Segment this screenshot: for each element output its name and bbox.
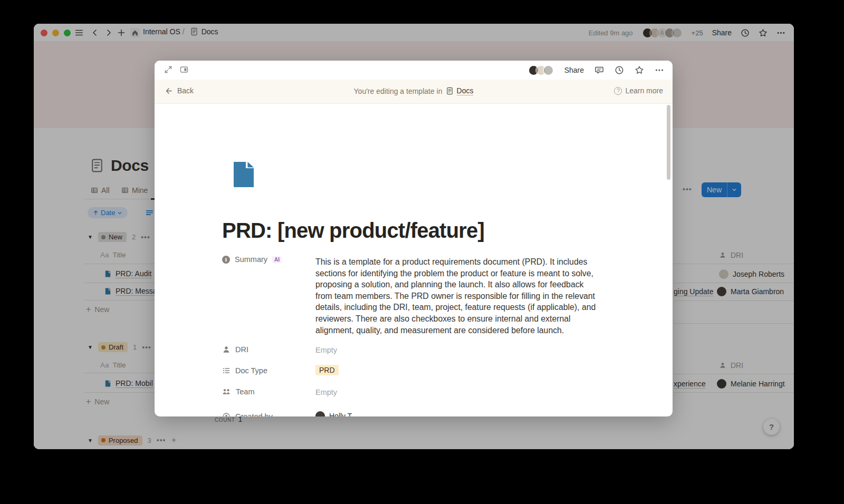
property-summary[interactable]: i Summary AI [222, 255, 282, 264]
info-icon: i [222, 256, 230, 264]
avatar [315, 411, 325, 416]
comments-icon[interactable] [594, 65, 604, 75]
created-by-value[interactable]: Holly T [315, 411, 352, 416]
summary-value[interactable]: This is a template for a product require… [315, 256, 601, 336]
learn-more-link[interactable]: ? Learn more [614, 86, 663, 95]
modal-toolbar: Share [155, 61, 673, 80]
property-doctype[interactable]: Doc Type [222, 366, 267, 375]
dri-value[interactable]: Empty [315, 346, 337, 354]
property-team[interactable]: Team [222, 387, 254, 396]
doc-icon [446, 87, 454, 95]
prd-tag: PRD [315, 365, 339, 375]
person-name: Holly T [329, 412, 352, 416]
property-created-by[interactable]: Created by [222, 412, 273, 416]
learn-more-label: Learn more [625, 86, 663, 95]
property-label: DRI [235, 345, 248, 354]
avatar [543, 65, 554, 76]
modal-collaborator-avatars[interactable] [532, 65, 554, 76]
template-editor-modal: Share Back You're ed [155, 61, 673, 416]
template-target-link[interactable]: Docs [457, 86, 474, 95]
template-banner: Back You're editing a template in Docs ?… [155, 80, 673, 104]
side-peek-icon[interactable] [180, 65, 188, 74]
expand-icon[interactable] [164, 65, 172, 74]
template-banner-message: You're editing a template in Docs [155, 86, 673, 95]
more-options-icon[interactable] [655, 65, 664, 75]
app-window: Internal OS / Docs Edited 9m ago A +25 S… [34, 24, 794, 449]
property-label: Doc Type [235, 366, 267, 375]
team-value[interactable]: Empty [315, 388, 337, 396]
property-label: Summary [235, 255, 267, 264]
favorite-star-icon[interactable] [635, 65, 644, 75]
property-dri[interactable]: DRI [222, 345, 248, 354]
modal-share-button[interactable]: Share [564, 66, 584, 74]
document-title[interactable]: PRD: [new product/feature] [222, 219, 484, 243]
property-label: Created by [235, 412, 273, 416]
ai-badge: AI [272, 256, 282, 263]
updates-clock-icon[interactable] [615, 65, 624, 75]
property-label: Team [236, 387, 254, 396]
doctype-value[interactable]: PRD [315, 365, 339, 375]
page-icon[interactable] [231, 161, 257, 188]
question-circle-icon: ? [614, 87, 622, 95]
modal-scrollbar[interactable] [667, 105, 670, 180]
